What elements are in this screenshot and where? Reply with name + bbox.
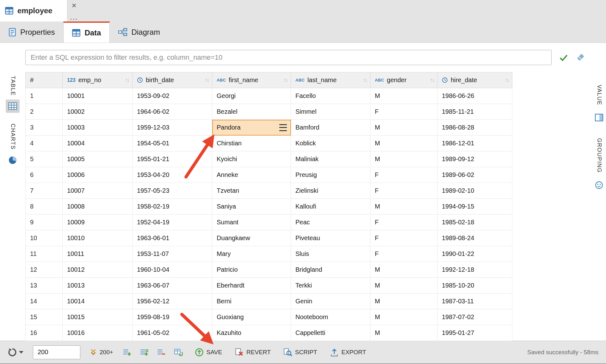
data-cell[interactable]: 10012 (63, 262, 133, 278)
data-cell[interactable]: 1989-02-10 (437, 183, 512, 199)
data-cell[interactable]: Bridgland (291, 262, 370, 278)
data-cell[interactable]: 10003 (63, 120, 133, 136)
data-cell[interactable]: 1990-01-22 (437, 246, 512, 262)
row-number-cell[interactable]: 12 (26, 262, 63, 278)
data-cell[interactable]: F (370, 215, 437, 230)
duplicate-row-icon[interactable] (140, 348, 149, 356)
data-cell[interactable]: 1992-12-18 (437, 262, 512, 278)
data-cell[interactable]: Piveteau (291, 230, 370, 246)
data-cell[interactable]: 1989-09-12 (437, 151, 512, 167)
row-number-cell[interactable]: 11 (26, 246, 63, 262)
column-header-birth_date[interactable]: birth_date↑↓ (133, 72, 212, 88)
data-cell[interactable]: Eberhardt (212, 278, 291, 294)
data-cell[interactable]: Bezalel (212, 104, 291, 120)
data-cell[interactable]: 1955-01-21 (133, 151, 212, 167)
refresh-grid-icon[interactable] (174, 348, 183, 356)
data-cell[interactable]: Sluis (291, 246, 370, 262)
data-cell[interactable]: M (370, 120, 437, 136)
data-cell[interactable]: F (370, 167, 437, 183)
sort-icon[interactable]: ↑↓ (505, 77, 509, 83)
tab-data[interactable]: Data (63, 21, 110, 43)
data-cell[interactable]: 1964-06-02 (133, 104, 212, 120)
data-cell[interactable]: 10002 (63, 104, 133, 120)
tab-diagram[interactable]: Diagram (110, 21, 169, 43)
cell-menu-icon[interactable] (279, 124, 287, 131)
data-cell[interactable]: M (370, 88, 437, 104)
data-cell[interactable]: Simmel (291, 104, 370, 120)
data-cell[interactable]: M (370, 294, 437, 309)
row-number-cell[interactable]: 10 (26, 230, 63, 246)
data-cell[interactable]: M (370, 262, 437, 278)
close-icon[interactable]: × (71, 2, 76, 9)
data-cell[interactable]: 1986-12-01 (437, 136, 512, 151)
data-cell[interactable]: Koblick (291, 136, 370, 151)
data-cell[interactable]: 1987-03-11 (437, 294, 512, 309)
data-cell[interactable]: 1959-08-19 (133, 309, 212, 325)
row-number-cell[interactable]: 8 (26, 199, 63, 215)
data-cell[interactable]: F (370, 104, 437, 120)
data-cell[interactable]: M (370, 199, 437, 215)
data-cell[interactable]: 1985-02-18 (437, 215, 512, 230)
row-number-cell[interactable]: 4 (26, 136, 63, 151)
data-cell[interactable]: Nooteboom (291, 309, 370, 325)
tab-properties[interactable]: Properties (0, 21, 63, 43)
grouping-panel-icon[interactable] (592, 179, 606, 192)
data-cell[interactable]: Bamford (291, 120, 370, 136)
data-cell[interactable]: M (370, 325, 437, 341)
data-cell[interactable]: 1963-06-01 (133, 230, 212, 246)
data-cell[interactable]: F (370, 183, 437, 199)
overflow-icon[interactable]: ... (70, 15, 78, 20)
data-cell[interactable]: Sumant (212, 215, 291, 230)
data-cell[interactable]: 10015 (63, 309, 133, 325)
data-cell[interactable]: 10014 (63, 294, 133, 309)
data-cell[interactable]: 1957-05-23 (133, 183, 212, 199)
data-cell[interactable]: Berni (212, 294, 291, 309)
sort-icon[interactable]: ↑↓ (205, 77, 209, 83)
row-number-cell[interactable]: 14 (26, 294, 63, 309)
row-number-cell[interactable]: 3 (26, 120, 63, 136)
data-cell[interactable]: 10009 (63, 215, 133, 230)
data-cell[interactable]: F (370, 246, 437, 262)
rail-value-label[interactable]: VALUE (596, 85, 603, 105)
data-cell[interactable]: Duangkaew (212, 230, 291, 246)
data-cell[interactable]: Patricio (212, 262, 291, 278)
data-cell[interactable]: 10005 (63, 151, 133, 167)
data-cell[interactable]: M (370, 309, 437, 325)
data-cell[interactable]: 1960-10-04 (133, 262, 212, 278)
data-cell[interactable]: 10010 (63, 230, 133, 246)
sql-filter-input[interactable] (25, 50, 552, 65)
sort-icon[interactable]: ↑↓ (125, 77, 129, 83)
data-cell[interactable]: 1952-04-19 (133, 215, 212, 230)
data-cell[interactable]: 10007 (63, 183, 133, 199)
sort-icon[interactable]: ↑↓ (363, 77, 367, 83)
data-cell[interactable]: F (370, 230, 437, 246)
column-header-first_name[interactable]: ABCfirst_name↑↓ (212, 72, 291, 88)
export-button[interactable]: EXPORT (330, 348, 366, 357)
row-number-cell[interactable]: 5 (26, 151, 63, 167)
data-cell[interactable]: M (370, 151, 437, 167)
clear-filter-icon[interactable] (576, 53, 585, 62)
selected-cell[interactable]: Pandora (212, 120, 291, 136)
data-cell[interactable]: 10011 (63, 246, 133, 262)
data-cell[interactable]: 10001 (63, 88, 133, 104)
data-cell[interactable]: 1958-02-19 (133, 199, 212, 215)
data-cell[interactable]: 1985-10-20 (437, 278, 512, 294)
row-number-cell[interactable]: 9 (26, 215, 63, 230)
data-cell[interactable]: Facello (291, 88, 370, 104)
row-number-cell[interactable]: 13 (26, 278, 63, 294)
data-cell[interactable]: Kalloufi (291, 199, 370, 215)
data-cell[interactable]: 1963-06-07 (133, 278, 212, 294)
data-cell[interactable]: Maliniak (291, 151, 370, 167)
data-cell[interactable]: 1989-06-02 (437, 167, 512, 183)
rail-tab-table[interactable]: TABLE (6, 76, 20, 113)
data-cell[interactable]: 1995-01-27 (437, 325, 512, 341)
data-cell[interactable]: Genin (291, 294, 370, 309)
column-header-last_name[interactable]: ABClast_name↑↓ (291, 72, 370, 88)
data-cell[interactable]: Zielinski (291, 183, 370, 199)
data-cell[interactable]: 10013 (63, 278, 133, 294)
pie-chart-icon[interactable] (6, 154, 20, 167)
row-number-cell[interactable]: 16 (26, 325, 63, 341)
data-cell[interactable]: Tzvetan (212, 183, 291, 199)
data-cell[interactable]: 1987-07-02 (437, 309, 512, 325)
data-cell[interactable]: 1953-09-02 (133, 88, 212, 104)
